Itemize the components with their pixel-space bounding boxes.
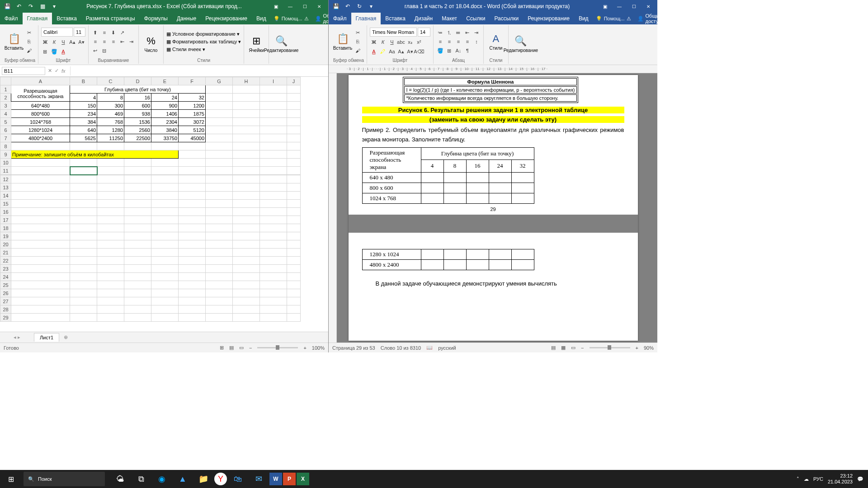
row-12[interactable]: 12 [0, 175, 11, 183]
zoom-slider[interactable] [590, 347, 630, 348]
cell-A1[interactable]: Разрешающаяспособность экрана [11, 85, 70, 102]
minimize-icon[interactable]: — [612, 1, 627, 12]
cell[interactable]: 8 [97, 94, 124, 102]
fill-color-icon[interactable]: 🪣 [50, 47, 58, 56]
row-2[interactable]: 2 [0, 94, 11, 102]
row-15[interactable]: 15 [0, 200, 11, 208]
col-D[interactable]: D [124, 77, 151, 85]
col-J[interactable]: J [287, 77, 301, 85]
cell[interactable]: 640*480 [11, 102, 70, 110]
tell-me[interactable]: 💡Помощ...⚠ [271, 13, 311, 24]
italic-icon[interactable]: К [50, 38, 58, 46]
justify-icon[interactable]: ≡ [463, 38, 472, 46]
close-icon[interactable]: ✕ [641, 1, 656, 12]
align-mid-icon[interactable]: ≡ [100, 28, 108, 37]
bold-icon[interactable]: Ж [370, 38, 378, 46]
zoom-in-icon[interactable]: + [303, 345, 306, 351]
status-words[interactable]: Слово 10 из 8310 [381, 345, 421, 351]
row-17[interactable]: 17 [0, 216, 11, 224]
cell[interactable]: 2560 [124, 126, 151, 134]
row-26[interactable]: 26 [0, 289, 11, 297]
bold-icon[interactable]: Ж [41, 38, 49, 46]
zoom-out-icon[interactable]: − [581, 345, 584, 351]
indent-dec-icon[interactable]: ⇤ [118, 38, 127, 46]
formula-input[interactable] [70, 66, 326, 75]
cell[interactable]: 1200 [179, 102, 206, 110]
cell-B1F1[interactable]: Глубина цвета (бит на точку) [70, 85, 206, 94]
row-13[interactable]: 13 [0, 183, 11, 192]
copy-icon[interactable]: ⎘ [354, 38, 362, 46]
row-22[interactable]: 22 [0, 257, 11, 265]
indent-inc-icon[interactable]: ⇥ [472, 28, 481, 37]
cell[interactable]: 150 [70, 102, 97, 110]
tab-insert[interactable]: Вставка [52, 13, 81, 24]
cell[interactable]: 16 [124, 94, 151, 102]
save-icon[interactable]: 💾 [330, 1, 341, 12]
underline-icon[interactable]: Ч [388, 38, 396, 46]
cell[interactable]: 768 [97, 118, 124, 126]
cell[interactable]: 24 [151, 94, 179, 102]
number-button[interactable]: %Число [142, 35, 160, 53]
col-F[interactable]: F [179, 77, 206, 85]
superscript-icon[interactable]: x² [415, 38, 423, 46]
align-left-icon[interactable]: ≡ [436, 38, 444, 46]
shrink-font-icon[interactable]: A▾ [406, 47, 414, 56]
text-effects-icon[interactable]: Aa [388, 47, 396, 56]
strike-icon[interactable]: abc [397, 38, 405, 46]
cell[interactable]: 234 [70, 110, 97, 118]
tab-formulas[interactable]: Формулы [140, 13, 172, 24]
row-19[interactable]: 19 [0, 232, 11, 240]
row-10[interactable]: 10 [0, 159, 11, 167]
cell-B11[interactable] [70, 167, 97, 175]
col-E[interactable]: E [151, 77, 179, 85]
row-1[interactable]: 1 [0, 85, 11, 94]
cell-note[interactable]: Примечание: запишите объём в килобайтах [11, 150, 179, 159]
view-web-icon[interactable]: ▭ [571, 345, 576, 351]
styles-button[interactable]: AСтили [486, 33, 505, 51]
tab-mailings[interactable]: Рассылки [490, 13, 523, 24]
paste-button[interactable]: 📋Вставить [333, 33, 352, 51]
cell[interactable]: 4 [70, 94, 97, 102]
zoom-value[interactable]: 100% [312, 345, 325, 351]
col-C[interactable]: C [97, 77, 124, 85]
explorer-icon[interactable]: 📁 [193, 470, 213, 488]
document-page[interactable]: Формула Шеннона I = log(2)(1 / p) (где I… [349, 75, 638, 341]
tray-lang[interactable]: РУС [813, 476, 823, 482]
row-21[interactable]: 21 [0, 249, 11, 257]
cell[interactable]: 1875 [179, 110, 206, 118]
horizontal-ruler[interactable]: · 3 · | · 2 · | · 1 · | · · · | · 1 · | … [329, 65, 657, 73]
cell[interactable]: 2304 [151, 118, 179, 126]
view-read-icon[interactable]: ▤ [551, 345, 556, 351]
editing-button[interactable]: 🔍Редактирование [511, 35, 530, 53]
task-view-icon[interactable]: ⧉ [131, 470, 151, 488]
tab-view[interactable]: Вид [574, 13, 593, 24]
row-9[interactable]: 9 [0, 150, 11, 159]
ribbon-options-icon[interactable]: ▣ [598, 1, 612, 12]
cell[interactable]: 5120 [179, 126, 206, 134]
minimize-icon[interactable]: — [283, 1, 297, 12]
cell[interactable]: 938 [124, 110, 151, 118]
grow-font-icon[interactable]: A▴ [397, 47, 405, 56]
row-3[interactable]: 3 [0, 102, 11, 110]
wrap-icon[interactable]: ↩ [91, 47, 99, 55]
save-icon[interactable]: 💾 [2, 1, 13, 12]
tell-me[interactable]: 💡Помощ...⚠ [593, 13, 634, 24]
tab-home[interactable]: Главная [351, 13, 381, 24]
merge-icon[interactable]: ⊟ [100, 47, 108, 55]
tray-chevron-icon[interactable]: ˄ [797, 476, 799, 482]
tab-data[interactable]: Данные [172, 13, 201, 24]
cell[interactable]: 4800*2400 [11, 134, 70, 142]
align-center-icon[interactable]: ≡ [445, 38, 453, 46]
cell[interactable]: 900 [151, 102, 179, 110]
row-28[interactable]: 28 [0, 305, 11, 314]
cell[interactable]: 33750 [151, 134, 179, 142]
share-button[interactable]: 👤Общий доступ [634, 13, 665, 24]
editing-button[interactable]: 🔍Редактирование [272, 35, 291, 53]
view-page-icon[interactable]: ▤ [229, 345, 234, 351]
format-table-button[interactable]: ▦ Форматировать как таблицу ▾ [166, 38, 241, 45]
maximize-icon[interactable]: ☐ [627, 1, 641, 12]
align-right-icon[interactable]: ≡ [454, 38, 462, 46]
row-25[interactable]: 25 [0, 281, 11, 289]
col-G[interactable]: G [206, 77, 233, 85]
align-left-icon[interactable]: ≡ [91, 38, 99, 46]
